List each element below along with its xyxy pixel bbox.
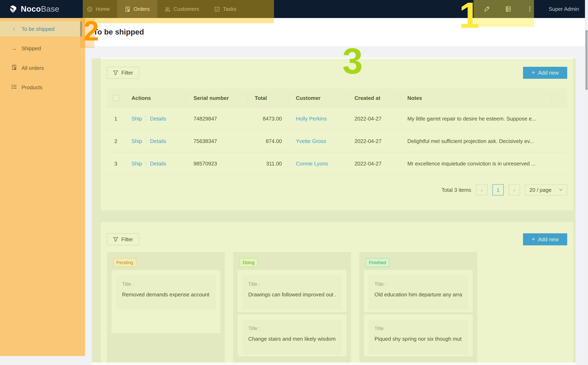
sidebar: ↑ To be shipped → Shipped All orders Pro… [0,18,85,356]
details-link[interactable]: Details [150,138,166,144]
field-value: Change stairs and men likely wisdom ... [248,336,336,342]
arrow-right-icon: → [11,45,17,51]
customer-link[interactable]: Connie Lyons [296,160,328,166]
database-icon[interactable] [505,6,512,12]
filter-button[interactable]: Filter [107,233,139,245]
cell-created-at: 2022-04-27 [346,160,400,166]
team-icon [165,6,171,12]
tasks-kanban-card: Filter + Add new Pending Title : Removed… [101,222,573,362]
header-actions[interactable]: Actions [125,95,186,101]
cube-logo-icon [8,5,17,14]
field-label: Title : [248,326,336,331]
sidebar-item-label: To be shipped [22,26,55,32]
orders-table-card: Filter + Add new Actions Serial number T… [101,58,573,210]
kanban-card[interactable]: Title : Change stairs and men likely wis… [238,314,346,356]
row-index: 2 [107,138,125,144]
details-link[interactable]: Details [150,160,166,166]
table-row: 3 ShipDetails 98570923 311.00 Connie Lyo… [107,152,567,175]
kanban-scroll-area[interactable] [92,362,575,365]
sidebar-item-label: All orders [22,65,44,71]
column-divider [400,94,400,102]
cell-notes: Mr excellence inquietude conviction is i… [400,160,567,166]
chevron-left-icon: ‹ [481,187,483,193]
funnel-icon [113,237,118,242]
action-divider [146,161,146,166]
vertical-scrollbar[interactable] [585,0,588,365]
cell-notes: Delightful met sufficient projection ask… [400,138,567,144]
action-divider [146,138,146,144]
column-divider [247,94,248,102]
field-label: Title : [374,326,462,331]
field-value: Removed demands expense account i... [122,291,210,297]
top-navbar: NocoBase Home Orders Customers Tasks [0,0,588,18]
ui-editor-pen-icon[interactable] [484,6,490,12]
arrow-up-icon: ↑ [11,26,17,32]
nav-item-orders[interactable]: Orders [117,0,157,18]
field-value: Drawings can followed improved out ... [248,291,336,297]
field-label: Title : [374,281,462,287]
kanban-card[interactable]: Title : Drawings can followed improved o… [238,270,346,312]
prev-page-button[interactable]: ‹ [476,184,488,196]
pagination-total: Total 3 items [442,187,471,193]
field-value: Old education him departure any arra... [374,291,462,297]
customer-link[interactable]: Holly Perkins [296,115,327,121]
card-title-field: Title : Old education him departure any … [368,275,468,310]
add-new-button-label: Add new [538,236,559,242]
more-menu-icon[interactable]: ⋮ [527,6,533,12]
kanban-column-doing: Doing Title : Drawings can followed impr… [233,252,351,362]
kanban-card[interactable]: Title : Removed demands expense account … [111,270,220,333]
header-total[interactable]: Total [247,95,288,101]
select-all-checkbox[interactable] [113,95,119,101]
chevron-right-icon: › [513,187,515,193]
sidebar-item-shipped[interactable]: → Shipped [0,41,82,56]
details-link[interactable]: Details [150,115,166,121]
page-size-value: 20 / page [529,187,552,193]
file-check-icon [11,64,17,71]
header-customer[interactable]: Customer [288,95,346,101]
app-root: NocoBase Home Orders Customers Tasks [0,0,588,365]
sidebar-item-label: Shipped [22,45,41,51]
ship-link[interactable]: Ship [131,160,142,166]
filter-button-label: Filter [121,70,133,76]
scrollbar-thumb[interactable] [585,30,588,90]
chevron-down-icon [559,188,563,192]
nav-item-customers[interactable]: Customers [157,0,207,18]
column-divider [552,94,552,102]
header-notes[interactable]: Notes [400,95,567,101]
add-new-button[interactable]: + Add new [523,67,567,79]
header-serial-number[interactable]: Serial number [186,95,247,101]
table-header-row: Actions Serial number Total Customer Cre… [107,88,567,107]
sidebar-item-all-orders[interactable]: All orders [0,60,82,75]
page-1-button[interactable]: 1 [492,184,504,196]
kanban-card[interactable]: Title : Old education him departure any … [364,270,473,312]
nav-menu: Home Orders Customers Tasks [79,0,244,18]
page-size-select[interactable]: 20 / page [525,184,567,196]
current-user[interactable]: Super Admin [549,0,579,18]
funnel-icon [113,70,118,75]
add-new-button[interactable]: + Add new [523,233,567,245]
kanban-column-pending: Pending Title : Removed demands expense … [107,252,225,362]
kanban-card[interactable]: Title : Piqued shy spring nor six though… [364,314,473,356]
customer-link[interactable]: Yvette Gross [296,138,326,144]
ship-link[interactable]: Ship [131,138,142,144]
ship-link[interactable]: Ship [131,115,142,121]
cell-serial: 74829847 [186,115,247,121]
header-created-at[interactable]: Created at [346,95,400,101]
sidebar-item-to-be-shipped[interactable]: ↑ To be shipped [0,21,82,36]
nav-item-tasks[interactable]: Tasks [207,0,244,18]
column-divider [186,94,187,102]
row-index: 3 [107,160,125,166]
sidebar-item-products[interactable]: Products [0,80,82,95]
nav-item-label: Orders [133,6,150,12]
plus-icon: + [532,70,535,75]
field-label: Title : [122,281,210,287]
nav-item-home[interactable]: Home [79,0,118,18]
cell-created-at: 2022-04-27 [346,115,400,121]
logo-text: NocoBase [21,5,59,14]
filter-button[interactable]: Filter [107,67,139,79]
cell-notes: My little garret repair to desire he est… [400,115,567,121]
nocobase-logo[interactable]: NocoBase [0,5,76,14]
next-page-button[interactable]: › [509,184,520,196]
status-tag-finished: Finished [366,258,389,267]
nav-item-label: Home [96,6,110,12]
